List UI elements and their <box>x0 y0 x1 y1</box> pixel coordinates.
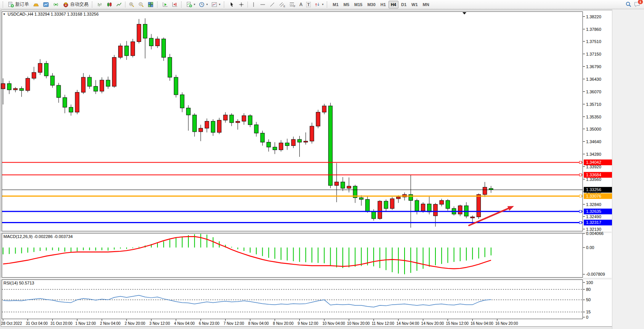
zoom-out-button[interactable] <box>137 0 146 8</box>
candle-body <box>248 116 252 125</box>
horizontal-line-icon <box>260 2 266 8</box>
time-tick-label: 7 Nov 12:00 <box>223 321 244 326</box>
tab-w1[interactable]: W1 <box>409 1 420 8</box>
candle-body <box>427 204 431 212</box>
price-tick-label: 1.34280 <box>586 152 601 157</box>
candle-body <box>217 120 221 133</box>
vertical-line-icon <box>251 2 256 8</box>
candle-body <box>279 143 283 150</box>
price-tick-label: 1.35710 <box>586 102 601 107</box>
price-tick-label: 1.35350 <box>586 115 601 119</box>
candle-body <box>316 112 320 126</box>
text-tool-button[interactable]: A <box>298 0 304 8</box>
vertical-line-tool-button[interactable] <box>249 0 258 8</box>
candle-body <box>119 46 122 57</box>
time-tick-label: 16 Nov 04:00 <box>471 321 493 326</box>
time-tick-label: 28 Oct 2022 <box>1 321 22 326</box>
zoom-in-button[interactable] <box>127 0 136 8</box>
mt4-terminal-window: { "toolbar": { "new_order_label": "新订单",… <box>0 0 644 329</box>
tab-h1[interactable]: H1 <box>378 1 388 8</box>
candle-body <box>366 200 369 212</box>
crosshair-tool-button[interactable] <box>237 0 246 8</box>
templates-button[interactable]: ▾ <box>210 0 222 8</box>
bar-chart-mode-button[interactable] <box>95 0 104 8</box>
rsi-scale-label: 50 <box>586 297 591 302</box>
new-order-button[interactable]: 新订单 <box>6 0 31 8</box>
search-button[interactable] <box>624 0 633 8</box>
notification-count-badge: 1 <box>638 0 643 5</box>
toolbar-grip <box>92 2 93 8</box>
candle-body <box>359 198 363 200</box>
rsi-scale-label: 0 <box>586 315 588 319</box>
candlestick-icon <box>106 2 112 8</box>
tab-mn[interactable]: MN <box>421 1 432 8</box>
dropdown-caret-icon: ▾ <box>219 3 220 6</box>
candle-body <box>236 121 239 123</box>
auto-trading-button[interactable]: 自动交易 <box>61 0 90 8</box>
arrows-tool-button[interactable]: ▾ <box>313 0 325 8</box>
tab-m5[interactable]: M5 <box>341 1 352 8</box>
candle-body <box>458 206 462 214</box>
pane-separator[interactable] <box>1 232 612 233</box>
line-end-marker <box>580 161 582 163</box>
candle-body <box>149 38 153 46</box>
toolbar-grip <box>157 2 159 8</box>
one-click-trading-toggle[interactable]: ▼ <box>3 13 6 16</box>
rsi-scale-label: 80 <box>586 287 591 292</box>
candle-body <box>397 197 400 199</box>
price-tick-label: 1.37510 <box>586 39 601 44</box>
candle-body <box>285 143 289 145</box>
market-watch-button[interactable] <box>41 0 51 8</box>
channel-tool-button[interactable]: E <box>277 0 287 8</box>
cursor-tool-button[interactable] <box>227 0 236 8</box>
candle-body <box>341 182 345 188</box>
candle-body <box>26 78 30 91</box>
tab-d1[interactable]: D1 <box>399 1 409 8</box>
auto-trading-label: 自动交易 <box>70 1 88 8</box>
trendline-tool-button[interactable] <box>268 0 277 8</box>
usdcad-h4-chart: 1.382201.378601.375101.371501.367901.364… <box>0 9 644 329</box>
time-tick-label: 9 Nov 12:00 <box>298 321 318 326</box>
notifications-chat-button[interactable]: 1 <box>634 1 641 8</box>
time-tick-label: 14 Nov 04:00 <box>397 321 419 326</box>
tab-m1[interactable]: M1 <box>330 1 340 8</box>
periods-button[interactable]: ▾ <box>197 0 209 8</box>
pane-separator[interactable] <box>1 278 612 280</box>
time-tick-label: 15 Nov 12:00 <box>446 321 469 326</box>
toolbar-grip <box>224 2 225 8</box>
tile-windows-button[interactable] <box>146 0 155 8</box>
candle-body <box>335 182 339 185</box>
tab-h4[interactable]: H4 <box>389 1 398 8</box>
signals-button[interactable] <box>51 0 61 8</box>
trendline-icon <box>269 2 275 8</box>
candle-body <box>106 80 110 86</box>
fibonacci-tool-button[interactable]: F <box>287 0 297 8</box>
rsi-indicator-label: RSI(14) 50.5713 <box>3 281 34 285</box>
time-tick-label: 10 Nov 04:00 <box>322 321 345 326</box>
candle-body <box>137 24 141 42</box>
horizontal-line-tool-button[interactable] <box>258 0 267 8</box>
symbol-ohlc-readout: USDCAD-,H4 1.33294 1.33367 1.33168 1.332… <box>8 12 99 16</box>
price-tick-label: 1.36070 <box>586 89 601 94</box>
candle-body <box>7 83 11 89</box>
text-label-tool-button[interactable]: T <box>305 0 313 8</box>
tab-m15[interactable]: M15 <box>352 1 365 8</box>
candle-body <box>174 77 178 95</box>
cursor-arrow-icon <box>229 2 235 8</box>
price-tick-label: 1.36430 <box>586 77 601 81</box>
tab-m30[interactable]: M30 <box>365 1 377 8</box>
line-chart-mode-button[interactable] <box>114 0 124 8</box>
candle-body <box>81 77 85 92</box>
candlestick-mode-button[interactable] <box>105 0 114 8</box>
signal-waves-icon <box>53 2 59 8</box>
ohlc-bars-icon <box>97 2 103 8</box>
candle-body <box>273 147 277 150</box>
auto-scroll-button[interactable] <box>161 0 170 8</box>
macd-indicator-label: MACD(12,26,9) -0.002286 -0.003734 <box>3 234 73 239</box>
indicators-button[interactable]: ▾ <box>185 0 197 8</box>
candle-body <box>19 88 23 90</box>
chart-shift-button[interactable] <box>170 0 179 8</box>
styler-button[interactable] <box>31 0 41 8</box>
candle-body <box>489 188 493 190</box>
channel-letter: E <box>284 5 286 7</box>
